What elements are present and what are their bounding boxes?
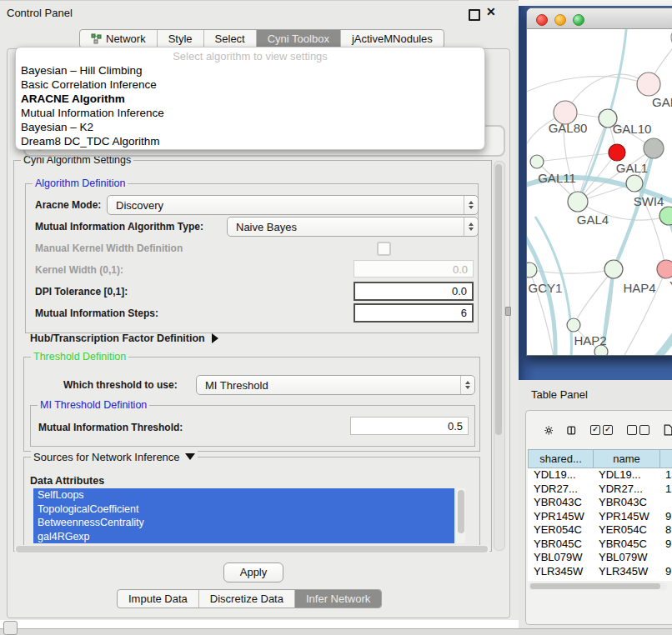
network-node[interactable] bbox=[604, 260, 623, 278]
kernel-width-field[interactable]: 0.0 bbox=[354, 260, 474, 278]
network-node[interactable] bbox=[567, 318, 580, 332]
table-cell: 9. bbox=[659, 565, 672, 579]
table-scrollbar-thumb[interactable] bbox=[530, 583, 660, 589]
network-node[interactable] bbox=[657, 260, 672, 278]
mi-threshold-label: Mutual Information Threshold: bbox=[38, 422, 183, 433]
close-traffic-light-icon[interactable] bbox=[536, 14, 548, 26]
hub-disclosure[interactable]: Hub/Transcription Factor Definition bbox=[30, 332, 218, 344]
algorithm-dropdown-popup: Select algorithm to view settings Bayesi… bbox=[15, 47, 485, 150]
minimize-traffic-light-icon[interactable] bbox=[554, 14, 566, 26]
attribute-list-item[interactable]: SelfLoops bbox=[33, 488, 454, 502]
aracne-mode-combobox[interactable]: Discovery bbox=[107, 195, 479, 215]
attributes-list-scrollbar[interactable] bbox=[456, 488, 465, 543]
tab-infer-network[interactable]: Infer Network bbox=[295, 590, 381, 608]
attribute-list-item[interactable]: BetweennessCentrality bbox=[33, 516, 454, 530]
network-node[interactable] bbox=[637, 72, 660, 96]
table-cell: 13 bbox=[659, 468, 672, 482]
table-column-header[interactable]: name bbox=[593, 449, 659, 468]
network-window-titlebar[interactable] bbox=[527, 8, 672, 29]
which-threshold-combobox[interactable]: MI Threshold bbox=[196, 375, 475, 395]
network-canvas[interactable]: GALGAL80GAL10GAL1GAL11SWI4GAL4GCY1HAP4YH… bbox=[527, 29, 672, 356]
horizontal-scrollbar-thumb[interactable] bbox=[16, 546, 488, 552]
unchecked-boxes-icon[interactable] bbox=[627, 425, 649, 435]
mi-threshold-field[interactable]: 0.5 bbox=[350, 417, 469, 435]
tab-impute-data[interactable]: Impute Data bbox=[118, 590, 199, 608]
splitter-handle[interactable] bbox=[505, 307, 511, 316]
bottom-strip bbox=[0, 628, 672, 635]
settings-scrollbar-thumb[interactable] bbox=[495, 164, 502, 435]
table-cell: 12 bbox=[659, 482, 672, 497]
float-icon[interactable] bbox=[469, 9, 480, 21]
control-panel-bottom-tabbar: Impute DataDiscretize DataInfer Network bbox=[117, 589, 382, 608]
data-attributes-label: Data Attributes bbox=[30, 475, 104, 487]
table-row[interactable]: YBR043CYBR043C bbox=[528, 496, 672, 510]
algorithm-option[interactable]: Dream8 DC_TDC Algorithm bbox=[16, 134, 484, 148]
table-panel-toolbar: ✓✓ bbox=[526, 411, 672, 449]
table-cell: YPR145W bbox=[593, 510, 659, 524]
control-panel-tabbar: NetworkStyleSelectCyni ToolboxjActiveMNo… bbox=[79, 29, 444, 48]
network-node-label: GAL10 bbox=[613, 122, 652, 136]
tab-cyni-toolbox[interactable]: Cyni Toolbox bbox=[257, 30, 341, 48]
table-column-header[interactable]: shared... bbox=[528, 449, 593, 468]
network-node[interactable] bbox=[609, 144, 625, 161]
which-threshold-value: MI Threshold bbox=[197, 379, 460, 392]
algorithm-option[interactable]: Mutual Information Inference bbox=[16, 106, 484, 120]
which-threshold-label: Which threshold to use: bbox=[63, 379, 178, 391]
table-column-header[interactable] bbox=[659, 449, 672, 468]
attribute-list-item[interactable]: TopologicalCoefficient bbox=[33, 502, 454, 517]
dpi-tolerance-field[interactable]: 0.0 bbox=[354, 282, 474, 301]
aracne-mode-value: Discovery bbox=[108, 199, 464, 212]
tab-jactivemnodules[interactable]: jActiveMNodules bbox=[341, 30, 444, 48]
network-node[interactable] bbox=[568, 192, 588, 212]
manual-kernel-checkbox[interactable] bbox=[377, 242, 391, 256]
columns-icon[interactable] bbox=[567, 423, 575, 438]
sources-title[interactable]: Sources for Network Inference bbox=[31, 451, 198, 463]
gear-icon[interactable] bbox=[544, 423, 553, 438]
table-horizontal-scrollbar[interactable] bbox=[529, 582, 667, 590]
control-panel-titlebar: Control Panel ✕ bbox=[0, 0, 519, 26]
checked-boxes-icon[interactable]: ✓✓ bbox=[590, 425, 613, 435]
network-node[interactable] bbox=[644, 138, 664, 158]
combobox-stepper-icon bbox=[464, 196, 478, 214]
attributes-scrollbar-thumb[interactable] bbox=[458, 490, 464, 533]
table-row[interactable]: YBL079WYBL079W bbox=[528, 551, 672, 565]
zoom-traffic-light-icon[interactable] bbox=[573, 14, 584, 26]
network-node[interactable] bbox=[659, 207, 672, 225]
minimized-panel-icon[interactable] bbox=[3, 621, 18, 635]
tab-style[interactable]: Style bbox=[158, 30, 204, 48]
algorithm-option[interactable]: ARACNE Algorithm bbox=[16, 92, 484, 106]
table-cell: YER054C bbox=[593, 523, 659, 538]
network-node[interactable] bbox=[527, 262, 537, 278]
mi-steps-label: Mutual Information Steps: bbox=[35, 308, 158, 319]
algorithm-option[interactable]: Bayesian – K2 bbox=[16, 120, 484, 134]
mi-steps-field[interactable]: 6 bbox=[354, 303, 474, 322]
data-attributes-list[interactable]: SelfLoopsTopologicalCoefficientBetweenne… bbox=[33, 488, 454, 543]
table-row[interactable]: YDL19...YDL19...13 bbox=[528, 468, 672, 482]
table-row[interactable]: YPR145WYPR145W9. bbox=[528, 510, 672, 524]
apply-button[interactable]: Apply bbox=[223, 562, 283, 582]
table-row[interactable]: YER054CYER054C8. bbox=[528, 523, 672, 538]
network-view-window[interactable]: GALGAL80GAL10GAL1GAL11SWI4GAL4GCY1HAP4YH… bbox=[526, 8, 672, 356]
tab-label: Impute Data bbox=[128, 592, 188, 605]
algorithm-option[interactable]: Basic Correlation Inference bbox=[16, 78, 484, 92]
table-row[interactable]: YLR345WYLR345W9. bbox=[528, 565, 672, 579]
mi-type-combobox[interactable]: Naive Bayes bbox=[227, 217, 479, 237]
document-icon[interactable] bbox=[664, 421, 672, 439]
table-row[interactable]: YDR27...YDR27...12 bbox=[528, 482, 672, 497]
network-node[interactable] bbox=[626, 175, 643, 192]
mi-type-label: Mutual Information Algorithm Type: bbox=[35, 221, 203, 232]
settings-horizontal-scrollbar[interactable] bbox=[14, 545, 490, 553]
table-row[interactable]: YIL052CYIL052C9. bbox=[528, 578, 672, 581]
tab-select[interactable]: Select bbox=[204, 30, 257, 48]
tab-network[interactable]: Network bbox=[80, 30, 158, 48]
attribute-list-item[interactable]: gal4RGexp bbox=[33, 530, 454, 544]
table-panel-title: Table Panel bbox=[531, 388, 588, 401]
manual-kernel-label: Manual Kernel Width Definition bbox=[35, 242, 183, 254]
algorithm-option[interactable]: Bayesian – Hill Climbing bbox=[16, 63, 484, 78]
settings-vertical-scrollbar[interactable] bbox=[494, 161, 505, 551]
tab-discretize-data[interactable]: Discretize Data bbox=[199, 590, 295, 608]
network-node[interactable] bbox=[530, 155, 544, 168]
table-row[interactable]: YBR045CYBR045C9. bbox=[528, 538, 672, 552]
network-node-label: HAP2 bbox=[574, 333, 606, 348]
close-icon[interactable]: ✕ bbox=[486, 5, 496, 18]
